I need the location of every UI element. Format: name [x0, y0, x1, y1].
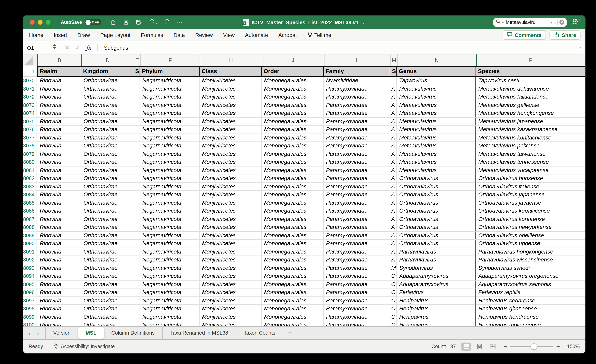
cell-phylum[interactable]: Negarnaviricota — [140, 232, 200, 240]
cell-subrealm[interactable] — [133, 142, 140, 150]
cell-class[interactable]: Monjiviricetes — [200, 305, 262, 313]
row-number[interactable]: 8085 — [23, 199, 37, 207]
cell-order[interactable]: Mononegavirales — [262, 223, 324, 232]
page-layout-view-button[interactable] — [475, 342, 484, 351]
cell-species[interactable]: Metaavulavirus falklandense — [476, 93, 585, 101]
cell-class[interactable]: Monjiviricetes — [200, 191, 262, 199]
cell-realm[interactable]: Riboviria — [37, 264, 81, 272]
cell-genus[interactable]: Orthoavulavirus — [397, 175, 476, 182]
cell-family[interactable]: Paramyxoviridae — [324, 289, 390, 297]
cell-family[interactable]: Paramyxoviridae — [324, 272, 390, 280]
row-number[interactable]: 8096 — [23, 289, 37, 297]
cell-genus[interactable]: Henipavirus — [397, 297, 476, 305]
cell-order[interactable]: Mononegavirales — [262, 158, 324, 166]
cell-class[interactable]: Monjiviricetes — [200, 199, 262, 207]
cell-order[interactable]: Mononegavirales — [262, 313, 324, 321]
cell-family[interactable]: Paramyxoviridae — [324, 93, 390, 101]
cell-kingdom[interactable]: Orthornavirae — [81, 134, 133, 142]
cell-kingdom[interactable]: Orthornavirae — [81, 297, 133, 305]
zoom-out-button[interactable]: − — [504, 344, 507, 349]
cell-genus[interactable]: Orthoavulavirus — [397, 207, 476, 215]
column-header-P[interactable]: P — [477, 54, 585, 66]
cell-subfamily[interactable]: A — [390, 158, 397, 166]
cell-subfamily[interactable]: A — [390, 85, 397, 93]
tab-view[interactable]: View — [223, 32, 235, 38]
cell-family[interactable]: Paramyxoviridae — [324, 134, 390, 142]
cell-class[interactable]: Monjiviricetes — [200, 248, 262, 256]
cell-subrealm[interactable] — [133, 313, 140, 321]
formula-input[interactable]: Subgenus — [103, 41, 128, 54]
cell-order[interactable]: Mononegavirales — [262, 207, 324, 215]
comments-button[interactable]: Comments — [502, 30, 546, 40]
row-number[interactable]: 8092 — [23, 256, 37, 264]
row-number[interactable]: 8079 — [23, 150, 37, 158]
cell-phylum[interactable]: Negarnaviricota — [140, 191, 200, 199]
cell-genus[interactable]: Metaavulavirus — [397, 142, 476, 150]
cell-realm[interactable]: Riboviria — [37, 215, 81, 223]
tab-tell-me[interactable]: Tell me — [307, 31, 331, 38]
cell-species[interactable]: Aquaparamyxovirus salmonis — [476, 280, 585, 289]
sheet-tab-msl[interactable]: MSL — [78, 327, 104, 339]
cell-phylum[interactable]: Negarnaviricota — [140, 117, 200, 126]
cell-order[interactable]: Mononegavirales — [262, 182, 324, 191]
cell-subrealm[interactable] — [133, 175, 140, 182]
row-number[interactable]: 8082 — [23, 175, 37, 182]
cell-realm[interactable]: Riboviria — [37, 85, 81, 93]
cell-class[interactable]: Monjiviricetes — [200, 207, 262, 215]
cell-class[interactable]: Monjiviricetes — [200, 182, 262, 191]
cell-species[interactable]: Aquaparamyxovirus oregonense — [476, 272, 585, 280]
cell-phylum[interactable]: Negarnaviricota — [140, 77, 200, 85]
cell-genus[interactable]: Metaavulavirus — [397, 93, 476, 101]
cell-species[interactable]: Ferlavirus reptilis — [476, 289, 585, 297]
cell-order[interactable]: Mononegavirales — [262, 191, 324, 199]
header-cell-class[interactable]: Class — [200, 66, 262, 77]
cell-subrealm[interactable] — [133, 280, 140, 289]
zoom-slider[interactable] — [510, 346, 553, 347]
cell-family[interactable]: Paramyxoviridae — [324, 158, 390, 166]
cell-phylum[interactable]: Negarnaviricota — [140, 85, 200, 93]
cell-subfamily[interactable]: A — [390, 215, 397, 223]
cell-species[interactable]: Henipavirus cedarense — [476, 297, 585, 305]
cell-kingdom[interactable]: Orthornavirae — [81, 313, 133, 321]
cell-realm[interactable]: Riboviria — [37, 289, 81, 297]
cell-family[interactable]: Paramyxoviridae — [324, 256, 390, 264]
search-clear-icon[interactable]: ✕ — [559, 20, 564, 25]
cell-class[interactable]: Monjiviricetes — [200, 264, 262, 272]
cell-phylum[interactable]: Negarnaviricota — [140, 305, 200, 313]
search-value[interactable]: Metaavulaviru — [506, 20, 549, 25]
cell-family[interactable]: Paramyxoviridae — [324, 207, 390, 215]
cell-phylum[interactable]: Negarnaviricota — [140, 134, 200, 142]
title-chevron-down-icon[interactable]: ⌄ — [362, 20, 365, 24]
sheet-tab-taxon-counts[interactable]: Taxon Counts — [236, 327, 283, 339]
row-number[interactable]: 8087 — [23, 215, 37, 223]
column-header-J[interactable]: J — [262, 54, 324, 66]
row-number[interactable]: 8099 — [23, 313, 37, 321]
cell-realm[interactable]: Riboviria — [37, 93, 81, 101]
cell-species[interactable]: Orthoavulavirus koreaense — [476, 215, 585, 223]
autosave-toggle[interactable]: OFF — [85, 19, 101, 25]
cell-species[interactable]: Tapwovirus cesti — [476, 77, 585, 85]
cell-subfamily[interactable]: A — [390, 150, 397, 158]
cell-class[interactable]: Monjiviricetes — [200, 77, 262, 85]
cell-order[interactable]: Mononegavirales — [262, 248, 324, 256]
cell-kingdom[interactable]: Orthornavirae — [81, 240, 133, 248]
cell-realm[interactable]: Riboviria — [37, 232, 81, 240]
tab-page-layout[interactable]: Page Layout — [100, 32, 131, 38]
cell-subrealm[interactable] — [133, 126, 140, 134]
home-icon[interactable] — [110, 19, 117, 25]
cell-kingdom[interactable]: Orthornavirae — [81, 207, 133, 215]
header-cell-subfamily[interactable]: S — [390, 66, 397, 77]
stepper-up-icon[interactable] — [53, 44, 56, 46]
cell-subrealm[interactable] — [133, 166, 140, 175]
cell-order[interactable]: Mononegavirales — [262, 126, 324, 134]
cell-realm[interactable]: Riboviria — [37, 223, 81, 232]
cell-subfamily[interactable]: A — [390, 232, 397, 240]
cell-subfamily[interactable]: A — [390, 223, 397, 232]
cell-genus[interactable]: Metaavulavirus — [397, 101, 476, 109]
enter-icon[interactable]: ✓ — [75, 44, 80, 51]
row-number[interactable]: 8093 — [23, 264, 37, 272]
cell-genus[interactable]: Ferlavirus — [397, 289, 476, 297]
cell-kingdom[interactable]: Orthornavirae — [81, 264, 133, 272]
cell-subfamily[interactable]: O — [390, 280, 397, 289]
cell-kingdom[interactable]: Orthornavirae — [81, 321, 133, 326]
